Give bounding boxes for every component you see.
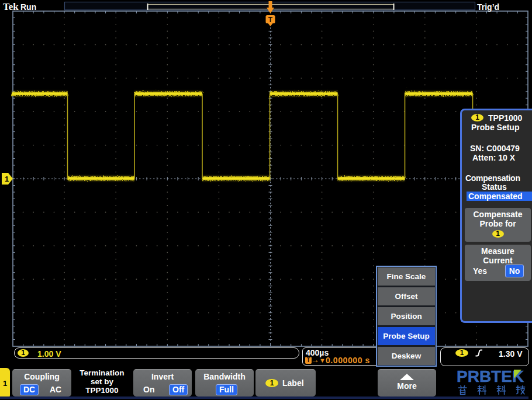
svg-text:T: T: [268, 16, 273, 24]
svg-text:1: 1: [5, 175, 9, 183]
